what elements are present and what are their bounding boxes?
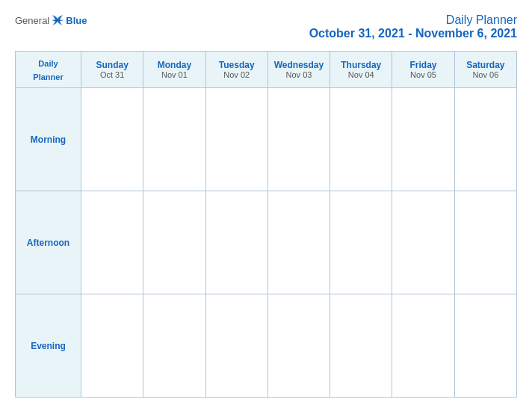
tuesday-name: Tuesday xyxy=(209,60,265,70)
planner-table: DailyPlanner Sunday Oct 31 Monday Nov 01… xyxy=(15,51,517,398)
morning-wednesday[interactable] xyxy=(267,88,330,191)
page-header: General Blue Daily Planner October 31, 2… xyxy=(15,13,517,40)
evening-label: Evening xyxy=(16,294,81,398)
afternoon-sunday[interactable] xyxy=(81,191,143,294)
afternoon-thursday[interactable] xyxy=(330,191,392,294)
afternoon-wednesday[interactable] xyxy=(267,191,330,294)
evening-wednesday[interactable] xyxy=(267,294,330,398)
evening-saturday[interactable] xyxy=(454,294,516,398)
morning-saturday[interactable] xyxy=(454,88,516,191)
evening-tuesday[interactable] xyxy=(205,294,267,398)
afternoon-friday[interactable] xyxy=(392,191,454,294)
afternoon-saturday[interactable] xyxy=(454,191,516,294)
logo-area: General Blue xyxy=(15,13,87,27)
evening-thursday[interactable] xyxy=(330,294,392,398)
morning-thursday[interactable] xyxy=(330,88,392,191)
morning-friday[interactable] xyxy=(392,88,454,191)
sunday-name: Sunday xyxy=(84,60,140,70)
col-header-label: DailyPlanner xyxy=(16,52,81,88)
col-header-saturday: Saturday Nov 06 xyxy=(454,52,516,88)
header-row: DailyPlanner Sunday Oct 31 Monday Nov 01… xyxy=(16,52,517,88)
col-header-wednesday: Wednesday Nov 03 xyxy=(267,52,330,88)
friday-name: Friday xyxy=(395,60,451,70)
title-area: Daily Planner October 31, 2021 - Novembe… xyxy=(309,13,517,40)
morning-label: Morning xyxy=(16,88,81,191)
morning-sunday[interactable] xyxy=(81,88,143,191)
daily-planner-col-label: DailyPlanner xyxy=(33,59,63,81)
col-header-friday: Friday Nov 05 xyxy=(392,52,454,88)
evening-row: Evening xyxy=(16,294,517,398)
col-header-tuesday: Tuesday Nov 02 xyxy=(205,52,267,88)
saturday-name: Saturday xyxy=(458,60,513,70)
evening-sunday[interactable] xyxy=(81,294,143,398)
evening-friday[interactable] xyxy=(392,294,454,398)
morning-tuesday[interactable] xyxy=(205,88,267,191)
logo-general-text: General xyxy=(15,15,49,26)
thursday-date: Nov 04 xyxy=(333,70,389,79)
friday-date: Nov 05 xyxy=(395,70,451,79)
afternoon-tuesday[interactable] xyxy=(205,191,267,294)
tuesday-date: Nov 02 xyxy=(209,70,265,79)
logo-bird-icon xyxy=(51,13,64,27)
morning-monday[interactable] xyxy=(143,88,205,191)
monday-name: Monday xyxy=(146,60,202,70)
planner-title: Daily Planner xyxy=(309,13,517,27)
afternoon-row: Afternoon xyxy=(16,191,517,294)
thursday-name: Thursday xyxy=(333,60,389,70)
wednesday-date: Nov 03 xyxy=(271,70,327,79)
morning-row: Morning xyxy=(16,88,517,191)
evening-monday[interactable] xyxy=(143,294,205,398)
col-header-sunday: Sunday Oct 31 xyxy=(81,52,143,88)
col-header-monday: Monday Nov 01 xyxy=(143,52,205,88)
logo: General Blue xyxy=(15,13,87,27)
afternoon-monday[interactable] xyxy=(143,191,205,294)
col-header-thursday: Thursday Nov 04 xyxy=(330,52,392,88)
sunday-date: Oct 31 xyxy=(84,70,140,79)
saturday-date: Nov 06 xyxy=(458,70,513,79)
logo-blue-text: Blue xyxy=(66,15,87,26)
monday-date: Nov 01 xyxy=(146,70,202,79)
wednesday-name: Wednesday xyxy=(271,60,327,70)
planner-dates: October 31, 2021 - November 6, 2021 xyxy=(309,27,517,40)
afternoon-label: Afternoon xyxy=(16,191,81,294)
